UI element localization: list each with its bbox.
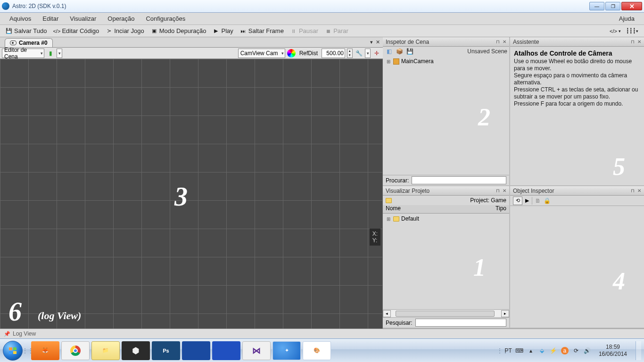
- hammer-icon[interactable]: 🔧: [355, 49, 363, 58]
- pin-icon[interactable]: ⊓: [631, 39, 635, 44]
- scene-inspector-header[interactable]: Inspetor de Cena ⊓ ✕: [383, 37, 509, 47]
- menu-operacao[interactable]: Operação: [102, 13, 140, 24]
- scroll-track[interactable]: [391, 310, 501, 317]
- viewport-canvas[interactable]: 3 6 (log View) X: Y:: [0, 59, 383, 329]
- pin-icon[interactable]: ⊓: [496, 188, 500, 193]
- play-button[interactable]: ▶Play: [210, 26, 236, 35]
- refdist-input[interactable]: [322, 49, 345, 58]
- camview-dropdown[interactable]: CamView Cam: [238, 49, 285, 58]
- tab-close-icon[interactable]: ✕: [376, 39, 380, 45]
- salvar-tudo-button[interactable]: 💾Salvar Tudo: [3, 26, 50, 35]
- start-button[interactable]: [3, 341, 23, 361]
- pause-icon: ⏸: [290, 28, 297, 34]
- dropbox-icon[interactable]: ⬙: [538, 347, 546, 354]
- object-inspector-header[interactable]: Object Inspector ⊓ ✕: [510, 186, 644, 196]
- taskbar-paint[interactable]: 🎨: [303, 341, 331, 360]
- project-tree[interactable]: ⊞ Default 1: [383, 214, 509, 309]
- tab-dropdown-icon[interactable]: ▾: [370, 39, 373, 45]
- scene-icon-1[interactable]: ◧: [385, 47, 393, 56]
- scene-search-input[interactable]: [412, 176, 506, 184]
- folder-open-icon[interactable]: [386, 198, 392, 203]
- scroll-left-icon[interactable]: ◂: [383, 310, 391, 317]
- camera-tab[interactable]: Camera #0: [5, 38, 53, 47]
- close-icon[interactable]: ✕: [503, 188, 506, 193]
- taskbar-chrome[interactable]: [61, 341, 90, 360]
- overlay-logview-label: (log View): [38, 310, 81, 322]
- taskbar-grip-icon[interactable]: ⋮⋮: [25, 343, 30, 358]
- expand-icon[interactable]: ⊞: [387, 59, 391, 64]
- flag-dropdown[interactable]: [57, 49, 62, 58]
- thunder-icon[interactable]: ⚡: [550, 347, 557, 354]
- keyboard-icon[interactable]: ⌨: [516, 347, 523, 354]
- assistant-header[interactable]: Assistente ⊓ ✕: [510, 37, 644, 47]
- col-nome[interactable]: Nome: [386, 205, 495, 213]
- expand-icon[interactable]: ⊞: [387, 216, 391, 222]
- parar-button[interactable]: ⏹Parar: [322, 26, 351, 35]
- taskbar-explorer[interactable]: 📁: [91, 341, 120, 360]
- scene-icon-2[interactable]: 📦: [395, 47, 404, 56]
- menu-editar[interactable]: Editar: [37, 13, 64, 24]
- maximize-button[interactable]: ❐: [605, 2, 620, 10]
- taskbar-pes2[interactable]: [212, 341, 240, 360]
- scroll-right-icon[interactable]: ▸: [501, 310, 509, 317]
- coord-y: Y:: [372, 237, 378, 244]
- refdist-stepper[interactable]: ▴▾: [347, 49, 353, 58]
- minimize-button[interactable]: —: [589, 2, 604, 10]
- editar-codigo-button[interactable]: </>Editar Código: [50, 26, 102, 35]
- project-search-input[interactable]: [415, 319, 506, 327]
- menu-ajuda[interactable]: Ajuda: [613, 13, 640, 24]
- menu-visualizar[interactable]: Visualizar: [64, 13, 102, 24]
- logview-bar[interactable]: 📌 Log View: [0, 329, 644, 338]
- file-icon[interactable]: 🗎: [535, 197, 541, 204]
- pausar-button[interactable]: ⏸Pausar: [288, 26, 321, 35]
- saltar-frame-button[interactable]: ⏭Saltar Frame: [237, 26, 287, 35]
- play-small-icon[interactable]: ▶: [525, 197, 529, 204]
- lang-indicator[interactable]: PT: [505, 347, 512, 354]
- tray-chevron-icon[interactable]: ▴: [527, 347, 535, 354]
- avast-icon[interactable]: a: [561, 347, 569, 354]
- tray-grip-icon[interactable]: ⋮⋮: [500, 343, 505, 358]
- chevron-down-icon: ▾: [619, 29, 621, 33]
- taskbar-photoshop[interactable]: Ps: [152, 341, 180, 360]
- close-icon[interactable]: ✕: [637, 188, 641, 193]
- volume-icon[interactable]: 🔊: [584, 347, 591, 354]
- sync-icon[interactable]: ⟳: [572, 347, 580, 354]
- close-icon[interactable]: ✕: [637, 39, 641, 44]
- scroll-thumb[interactable]: [396, 311, 495, 317]
- tree-row-maincamera[interactable]: ⊞ MainCamera: [384, 57, 508, 66]
- taskbar-astro[interactable]: ✦: [272, 341, 301, 360]
- tool-dropdown[interactable]: [365, 49, 371, 58]
- scene-tree[interactable]: ⊞ MainCamera 2: [383, 56, 509, 175]
- refresh-button[interactable]: ⟲: [513, 197, 522, 205]
- code-panel-button[interactable]: </>▾: [607, 27, 624, 35]
- pin-icon[interactable]: ⊓: [631, 188, 635, 193]
- axes-icon[interactable]: ✛: [372, 49, 381, 58]
- close-icon[interactable]: ✕: [503, 39, 506, 44]
- tree-row-default[interactable]: ⊞ Default: [384, 214, 508, 223]
- taskbar-firefox[interactable]: 🦊: [31, 341, 59, 360]
- project-view-header[interactable]: Visualizar Projeto ⊓ ✕: [383, 186, 509, 196]
- lock-icon[interactable]: 🔒: [544, 197, 551, 204]
- color-wheel-icon[interactable]: [287, 49, 296, 58]
- taskbar-pes[interactable]: [182, 341, 210, 360]
- modo-depuracao-button[interactable]: ▣Modo Depuração: [148, 26, 209, 35]
- editor-mode-dropdown[interactable]: Editor de Cena: [2, 49, 44, 58]
- assistant-line-2: Segure espaço para o movimento da câmera…: [514, 72, 640, 86]
- pin-icon[interactable]: ⊓: [496, 39, 500, 44]
- menu-configuracoes[interactable]: Configurações: [140, 13, 191, 24]
- chevron-down-icon: ▾: [636, 29, 638, 33]
- project-hscrollbar[interactable]: ◂ ▸: [383, 309, 509, 317]
- close-button[interactable]: ✕: [621, 2, 642, 10]
- show-desktop-button[interactable]: [636, 341, 641, 360]
- taskbar-unity[interactable]: ⬢: [122, 341, 150, 360]
- clock[interactable]: 18:59 16/06/2014: [599, 344, 629, 358]
- editor-mode-label: Editor de Cena: [4, 47, 37, 60]
- save-icon[interactable]: 💾: [405, 47, 414, 56]
- iniciar-jogo-button[interactable]: ≻Inciar Jogo: [103, 26, 147, 35]
- col-tipo[interactable]: Tipo: [495, 205, 506, 213]
- coordinates-display: X: Y:: [370, 229, 380, 246]
- menu-aquivos[interactable]: Aquivos: [4, 13, 37, 24]
- green-flag-icon[interactable]: ▮: [46, 49, 55, 58]
- taskbar-visualstudio[interactable]: ⋈: [242, 341, 271, 360]
- sliders-button[interactable]: ┇┇┇▾: [625, 27, 641, 35]
